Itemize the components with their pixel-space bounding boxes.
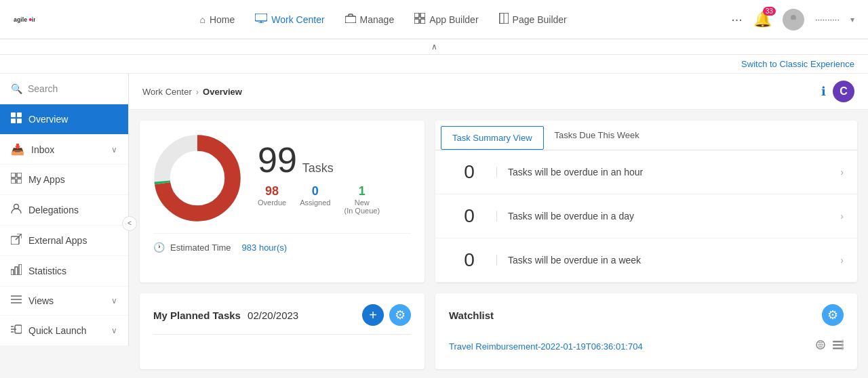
nav-right-icons: ··· 🔔 33 ·········· ▾ [731, 9, 854, 30]
planned-tasks-actions: + ⚙ [362, 304, 411, 326]
svg-rect-20 [11, 179, 16, 184]
user-avatar-main[interactable]: C [833, 81, 854, 102]
tab-task-summary-view[interactable]: Task Summary View [441, 126, 544, 150]
svg-point-13 [791, 15, 796, 20]
sidebar-label-views: Views [28, 295, 104, 306]
svg-rect-46 [842, 339, 844, 350]
svg-rect-10 [420, 19, 425, 24]
nav-manage[interactable]: Manage [345, 14, 395, 25]
breadcrumb-parent[interactable]: Work Center [142, 87, 192, 97]
views-icon [11, 295, 22, 307]
sidebar-label-external-apps: External Apps [28, 235, 117, 246]
watchlist-item-icons [815, 339, 844, 353]
stats-icon [11, 264, 22, 278]
svg-rect-25 [11, 270, 14, 275]
task-count-0: 0 [449, 161, 490, 183]
search-label: Search [28, 83, 58, 94]
monitor-icon [255, 14, 267, 25]
chevron-right-icon-2: › [840, 255, 844, 266]
sidebar-search[interactable]: 🔍 Search [0, 74, 128, 104]
notification-button[interactable]: 🔔 33 [753, 11, 772, 28]
breadcrumb: Work Center › Overview [142, 87, 242, 97]
sidebar-item-overview[interactable]: Overview [0, 104, 128, 135]
collapse-bar: ∧ [0, 39, 868, 55]
svg-point-1 [29, 18, 32, 21]
chevron-right-icon-0: › [840, 167, 844, 177]
donut-chart [153, 134, 241, 222]
overdue-count: 98 [258, 184, 286, 198]
classic-bar: Switch to Classic Experience [0, 55, 868, 74]
sidebar-item-quick-launch[interactable]: Quick Launch ∨ [0, 316, 128, 346]
svg-rect-8 [420, 13, 425, 18]
planned-tasks-title: My Planned Tasks 02/20/2023 [153, 310, 298, 321]
planned-tasks-settings-button[interactable]: ⚙ [389, 304, 411, 326]
sidebar-item-delegations[interactable]: Delegations [0, 195, 128, 226]
svg-rect-16 [11, 119, 16, 123]
watchlist-settings-button[interactable]: ⚙ [822, 304, 844, 326]
user-dropdown-icon[interactable]: ▾ [850, 15, 854, 24]
task-label-1: Tasks will be overdue in a day [496, 211, 840, 222]
planned-tasks-date: 02/20/2023 [248, 310, 298, 321]
add-planned-task-button[interactable]: + [362, 304, 384, 326]
task-summary-card: 99 Tasks 98 Overdue 0 Assigned [140, 121, 425, 282]
tasks-label: Tasks [302, 161, 334, 175]
breadcrumb-actions: ℹ C [821, 81, 854, 102]
svg-rect-3 [255, 14, 267, 21]
estimated-time: 🕐 Estimated Time 983 hour(s) [153, 233, 411, 253]
tab-tasks-due-this-week[interactable]: Tasks Due This Week [549, 121, 653, 150]
sidebar-item-views[interactable]: Views ∨ [0, 287, 128, 316]
svg-rect-18 [11, 173, 16, 177]
nav-app-builder[interactable]: App Builder [414, 13, 478, 26]
collapse-button[interactable]: ∧ [431, 42, 437, 51]
svg-rect-7 [414, 13, 419, 18]
svg-rect-14 [11, 112, 16, 117]
content-area: 99 Tasks 98 Overdue 0 Assigned [129, 110, 868, 373]
sidebar-item-inbox[interactable]: 📥 Inbox ∨ [0, 135, 128, 165]
sidebar-item-external-apps[interactable]: External Apps [0, 226, 128, 256]
stat-new: 1 New (In Queue) [344, 184, 380, 215]
bottom-row: My Planned Tasks 02/20/2023 + ⚙ [140, 293, 857, 369]
watchlist-card: Watchlist ⚙ Travel Reimbursement-2022-01… [435, 293, 857, 369]
estimated-label: Estimated Time [170, 243, 231, 253]
sidebar-collapse-button[interactable]: < [122, 216, 137, 231]
breadcrumb-bar: Work Center › Overview ℹ C [129, 74, 868, 110]
sidebar-item-statistics[interactable]: Statistics [0, 256, 128, 287]
plus-icon: + [369, 308, 377, 322]
search-icon: 🔍 [11, 83, 22, 94]
more-button[interactable]: ··· [731, 12, 743, 27]
sidebar-label-quick-launch: Quick Launch [28, 325, 104, 336]
filter-icon[interactable] [815, 339, 826, 353]
app-logo[interactable]: agile int [14, 9, 35, 30]
chevron-right-icon-1: › [840, 211, 844, 222]
inbox-icon: 📥 [11, 143, 24, 156]
external-icon [11, 234, 22, 247]
watchlist-link-0[interactable]: Travel Reimbursement-2022-01-19T06:36:01… [449, 341, 643, 352]
task-row-1[interactable]: 0 Tasks will be overdue in a day › [435, 194, 857, 238]
menu-icon[interactable] [833, 339, 844, 353]
nav-page-builder[interactable]: Page Builder [499, 13, 567, 26]
chevron-up-icon: ∧ [431, 42, 437, 51]
sidebar-item-my-apps[interactable]: My Apps [0, 165, 128, 195]
info-icon[interactable]: ℹ [821, 84, 826, 99]
new-count: 1 [344, 184, 380, 198]
stat-overdue: 98 Overdue [258, 184, 286, 215]
svg-point-38 [171, 152, 224, 205]
task-row-2[interactable]: 0 Tasks will be overdue in a week › [435, 238, 857, 282]
estimated-value: 983 hour(s) [242, 243, 287, 253]
new-label: New [344, 198, 380, 207]
nav-home[interactable]: ⌂ Home [199, 14, 235, 25]
classic-experience-link[interactable]: Switch to Classic Experience [741, 59, 854, 69]
svg-rect-9 [414, 19, 419, 24]
sidebar-label-inbox: Inbox [31, 144, 104, 155]
chevron-down-icon-views: ∨ [111, 296, 117, 306]
task-label-0: Tasks will be overdue in an hour [496, 167, 840, 177]
nav-work-center[interactable]: Work Center [255, 14, 324, 25]
assigned-label: Assigned [300, 198, 330, 207]
user-name[interactable]: ·········· [815, 14, 840, 24]
task-view-panel: Task Summary View Tasks Due This Week 0 … [435, 121, 857, 282]
planned-tasks-divider [153, 334, 411, 335]
task-row-0[interactable]: 0 Tasks will be overdue in an hour › [435, 150, 857, 194]
svg-rect-6 [345, 16, 356, 23]
task-total-count: 99 [258, 140, 297, 180]
assigned-count: 0 [300, 184, 330, 198]
